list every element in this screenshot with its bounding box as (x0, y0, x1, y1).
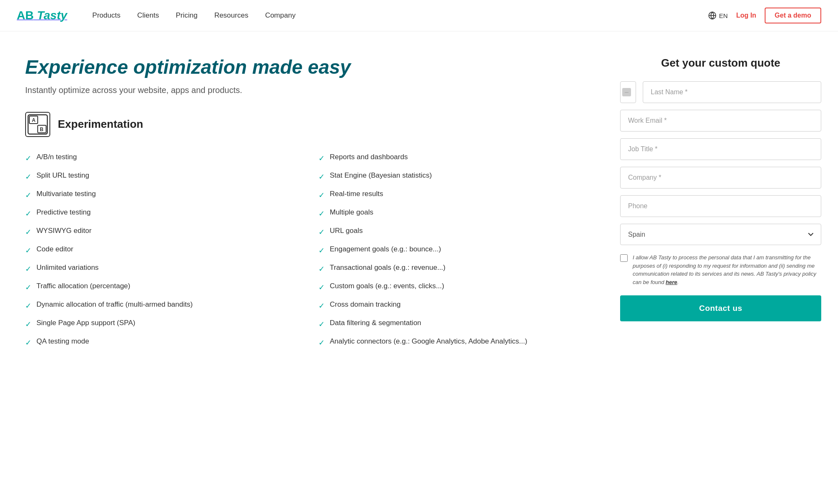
login-link[interactable]: Log In (736, 12, 756, 19)
features-right-col: ✓Reports and dashboards✓Stat Engine (Bay… (318, 149, 595, 352)
feature-item: ✓QA testing mode (25, 333, 302, 352)
logo-tasty: Tasty (34, 9, 67, 22)
feature-item: ✓Traffic allocation (percentage) (25, 278, 302, 296)
logo[interactable]: AB Tasty (17, 9, 92, 22)
feature-label: Custom goals (e.g.: events, clicks...) (330, 282, 444, 290)
feature-item: ✓Data filtering & segmentation (318, 315, 595, 333)
check-icon: ✓ (318, 264, 325, 274)
feature-item: ✓Reports and dashboards (318, 149, 595, 167)
feature-label: Cross domain tracking (330, 300, 401, 309)
navbar: AB Tasty Products Clients Pricing Resour… (0, 0, 838, 31)
check-icon: ✓ (25, 154, 31, 163)
check-icon: ✓ (25, 246, 31, 255)
feature-label: Real-time results (330, 190, 383, 198)
check-icon: ✓ (25, 191, 31, 200)
svg-text:B: B (40, 127, 44, 132)
language-selector[interactable]: EN (708, 11, 728, 20)
feature-label: Analytic connectors (e.g.: Google Analyt… (330, 337, 528, 346)
feature-label: Multiple goals (330, 208, 373, 217)
feature-item: ✓A/B/n testing (25, 149, 302, 167)
check-icon: ✓ (25, 227, 31, 237)
hero-title: Experience optimization made easy (25, 57, 595, 78)
check-icon: ✓ (318, 154, 325, 163)
right-form: Get your custom quote ··· Spain United S… (620, 57, 821, 352)
feature-item: ✓Multivariate testing (25, 186, 302, 204)
consent-checkbox[interactable] (620, 254, 628, 262)
feature-label: Stat Engine (Bayesian statistics) (330, 171, 432, 180)
feature-item: ✓Analytic connectors (e.g.: Google Analy… (318, 333, 595, 352)
feature-item: ✓Engagement goals (e.g.: bounce...) (318, 241, 595, 259)
feature-label: A/B/n testing (36, 153, 77, 161)
feature-item: ✓Custom goals (e.g.: events, clicks...) (318, 278, 595, 296)
check-icon: ✓ (25, 172, 31, 181)
check-icon: ✓ (25, 320, 31, 329)
email-input[interactable] (620, 110, 821, 132)
feature-label: Multivariate testing (36, 190, 96, 198)
feature-label: Split URL testing (36, 171, 89, 180)
consent-text: I allow AB Tasty to process the personal… (633, 253, 821, 286)
submit-button[interactable]: Contact us (620, 295, 821, 321)
check-icon: ✓ (318, 338, 325, 347)
feature-item: ✓Transactional goals (e.g.: revenue...) (318, 259, 595, 278)
check-icon: ✓ (318, 320, 325, 329)
feature-item: ✓Unlimited variations (25, 259, 302, 278)
check-icon: ✓ (318, 301, 325, 310)
svg-text:A: A (32, 117, 36, 123)
logo-ab: AB (17, 9, 34, 22)
section-header: A B Experimentation (25, 112, 595, 137)
first-name-input[interactable] (620, 81, 636, 103)
company-input[interactable] (620, 167, 821, 189)
phone-input[interactable] (620, 195, 821, 217)
nav-products[interactable]: Products (92, 11, 120, 20)
feature-item: ✓Cross domain tracking (318, 296, 595, 315)
check-icon: ✓ (25, 338, 31, 347)
last-name-input[interactable] (643, 81, 821, 103)
feature-item: ✓Real-time results (318, 186, 595, 204)
privacy-policy-link[interactable]: here (666, 279, 677, 285)
nav-links: Products Clients Pricing Resources Compa… (92, 11, 708, 20)
country-select[interactable]: Spain United States United Kingdom Franc… (620, 224, 821, 245)
name-row: ··· (620, 81, 821, 103)
feature-item: ✓Stat Engine (Bayesian statistics) (318, 167, 595, 186)
left-content: Experience optimization made easy Instan… (25, 57, 595, 352)
nav-company[interactable]: Company (265, 11, 296, 20)
lang-label: EN (719, 12, 728, 19)
check-icon: ✓ (25, 264, 31, 274)
nav-right: EN Log In Get a demo (708, 8, 821, 23)
feature-label: Reports and dashboards (330, 153, 408, 161)
phone-row (620, 195, 821, 224)
feature-item: ✓WYSIWYG editor (25, 222, 302, 241)
feature-label: Code editor (36, 245, 73, 253)
feature-item: ✓Single Page App support (SPA) (25, 315, 302, 333)
consent-text-content: I allow AB Tasty to process the personal… (633, 254, 816, 285)
feature-item: ✓Predictive testing (25, 204, 302, 222)
check-icon: ✓ (25, 301, 31, 310)
ab-icon-svg: A B (27, 114, 48, 135)
first-name-wrapper: ··· (620, 81, 636, 103)
nav-pricing[interactable]: Pricing (176, 11, 197, 20)
check-icon: ✓ (318, 246, 325, 255)
feature-label: Single Page App support (SPA) (36, 319, 135, 327)
feature-item: ✓Split URL testing (25, 167, 302, 186)
feature-item: ✓Dynamic allocation of traffic (multi-ar… (25, 296, 302, 315)
check-icon: ✓ (318, 172, 325, 181)
feature-label: Transactional goals (e.g.: revenue...) (330, 264, 445, 272)
feature-label: Predictive testing (36, 208, 91, 217)
feature-label: Traffic allocation (percentage) (36, 282, 130, 290)
feature-label: URL goals (330, 227, 363, 235)
features-grid: ✓A/B/n testing✓Split URL testing✓Multiva… (25, 149, 595, 352)
feature-label: Dynamic allocation of traffic (multi-arm… (36, 300, 193, 309)
check-icon: ✓ (318, 191, 325, 200)
form-title: Get your custom quote (620, 57, 821, 70)
job-title-input[interactable] (620, 138, 821, 160)
nav-clients[interactable]: Clients (137, 11, 159, 20)
consent-area: I allow AB Tasty to process the personal… (620, 253, 821, 286)
nav-resources[interactable]: Resources (214, 11, 248, 20)
get-demo-button[interactable]: Get a demo (765, 8, 821, 23)
company-row (620, 167, 821, 195)
feature-item: ✓Code editor (25, 241, 302, 259)
feature-label: WYSIWYG editor (36, 227, 91, 235)
experimentation-icon: A B (25, 112, 50, 137)
feature-label: Engagement goals (e.g.: bounce...) (330, 245, 441, 253)
feature-label: Unlimited variations (36, 264, 98, 272)
